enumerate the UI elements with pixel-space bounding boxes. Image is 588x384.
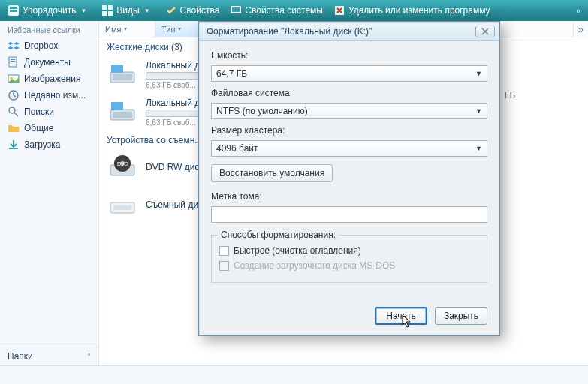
cluster-label: Размер кластера: (211, 124, 487, 136)
system-properties-label: Свойства системы (245, 5, 323, 16)
sidebar-item-pictures[interactable]: Изображения (0, 70, 98, 87)
svg-rect-8 (232, 8, 240, 12)
folders-label: Папки (8, 351, 33, 362)
volume-name-label: Метка тома: (211, 190, 487, 202)
views-button[interactable]: Виды ▼ (97, 3, 158, 18)
format-dialog: Форматирование "Локальный диск (K:)" Емк… (198, 21, 500, 336)
quick-format-checkbox[interactable] (219, 246, 229, 256)
sidebar-item-label: Изображения (24, 74, 80, 84)
close-button[interactable] (475, 26, 495, 38)
close-format-button[interactable]: Закрыть (435, 307, 487, 325)
svg-rect-22 (113, 112, 132, 118)
cluster-select[interactable]: 4096 байт ▼ (211, 140, 487, 157)
svg-text:DVD: DVD (117, 161, 128, 166)
dialog-titlebar[interactable]: Форматирование "Локальный диск (K:)" (199, 22, 499, 41)
uninstall-button[interactable]: Удалить или изменить программу (329, 3, 495, 18)
sidebar-item-downloads[interactable]: Загрузка (0, 136, 98, 153)
chevron-up-icon: ˄ (87, 352, 91, 361)
svg-rect-5 (102, 11, 107, 16)
explorer-toolbar: Упорядочить ▼ Виды ▼ Свойства Свойства с… (0, 0, 588, 21)
sidebar-item-label: Недавно изм... (24, 90, 86, 100)
system-properties-button[interactable]: Свойства системы (225, 3, 327, 18)
stray-gb-label: ГБ (505, 90, 515, 100)
start-button[interactable]: Начать (375, 307, 427, 325)
svg-rect-29 (113, 206, 131, 210)
filesystem-label: Файловая система: (211, 86, 487, 98)
download-icon (8, 139, 20, 151)
hdd-icon (107, 96, 138, 128)
cluster-value: 4096 байт (216, 143, 258, 154)
dialog-button-row: Начать Закрыть (199, 301, 499, 325)
chevron-down-icon: ▼ (475, 145, 482, 152)
organize-label: Упорядочить (23, 5, 76, 16)
organize-icon (8, 4, 20, 16)
column-overflow[interactable]: » (573, 21, 588, 38)
svg-rect-4 (108, 5, 113, 10)
restore-defaults-button[interactable]: Восстановить умолчания (211, 164, 333, 182)
dropbox-icon (8, 40, 20, 52)
svg-rect-23 (111, 102, 123, 110)
format-methods-group: Способы форматирования: Быстрое (очистка… (211, 235, 487, 283)
sidebar-item-label: Dropbox (24, 40, 58, 51)
dialog-title: Форматирование "Локальный диск (K:)" (207, 26, 372, 37)
drive-name: Съемный ди... (146, 200, 206, 210)
status-bar (0, 366, 588, 384)
sidebar-item-searches[interactable]: Поиски (0, 104, 98, 120)
format-methods-legend: Способы форматирования: (218, 230, 339, 240)
recent-icon (8, 89, 20, 101)
svg-point-16 (9, 107, 15, 113)
quick-format-label: Быстрое (очистка оглавления) (234, 245, 361, 256)
svg-rect-12 (11, 61, 15, 62)
favorites-sidebar: Избранные ссылки Dropbox Документы Изобр… (0, 21, 99, 365)
uninstall-icon (333, 4, 345, 16)
file-list-pane: Имя▾ Тип▾ Полный объем Свободно » Жестки… (99, 21, 588, 365)
filesystem-select[interactable]: NTFS (по умолчанию) ▼ (211, 103, 487, 119)
sidebar-list: Dropbox Документы Изображения Недавно из… (0, 38, 98, 346)
sidebar-item-label: Поиски (24, 106, 54, 117)
drive-usage-bar (146, 110, 202, 117)
dvd-icon: DVD (107, 152, 138, 183)
removable-drive-icon (107, 189, 138, 220)
folders-toggle[interactable]: Папки ˄ (0, 346, 98, 365)
properties-label: Свойства (180, 5, 220, 16)
folder-public-icon (8, 122, 20, 134)
explorer-main: Избранные ссылки Dropbox Документы Изобр… (0, 21, 588, 366)
volume-name-input[interactable] (211, 206, 487, 223)
chevron-down-icon: ▼ (144, 8, 150, 14)
svg-rect-6 (108, 11, 113, 16)
quick-format-row[interactable]: Быстрое (очистка оглавления) (219, 243, 479, 258)
documents-icon (8, 56, 20, 68)
svg-rect-11 (11, 59, 15, 60)
svg-rect-17 (9, 148, 18, 149)
sidebar-title: Избранные ссылки (0, 21, 98, 38)
uninstall-label: Удалить или изменить программу (348, 5, 490, 16)
bootable-row: Создание загрузочного диска MS-DOS (219, 258, 479, 273)
bootable-checkbox (219, 261, 229, 271)
properties-button[interactable]: Свойства (161, 3, 225, 18)
views-icon (101, 4, 113, 16)
capacity-select[interactable]: 64,7 ГБ ▼ (211, 65, 487, 82)
svg-rect-10 (9, 57, 17, 67)
chevron-down-icon: ▼ (80, 8, 86, 14)
svg-rect-3 (102, 5, 107, 10)
chevron-down-icon: ▼ (475, 70, 482, 77)
close-icon (481, 28, 489, 35)
system-properties-icon (230, 4, 242, 16)
organize-button[interactable]: Упорядочить ▼ (3, 3, 95, 18)
svg-rect-2 (10, 10, 17, 12)
toolbar-overflow[interactable]: » (576, 7, 585, 15)
sidebar-item-dropbox[interactable]: Dropbox (0, 38, 98, 54)
sidebar-item-public[interactable]: Общие (0, 120, 98, 136)
dialog-body: Емкость: 64,7 ГБ ▼ Файловая система: NTF… (199, 41, 499, 290)
hdd-icon (107, 58, 138, 90)
search-icon (8, 106, 20, 118)
views-label: Виды (116, 5, 139, 16)
capacity-value: 64,7 ГБ (216, 68, 247, 79)
sidebar-item-documents[interactable]: Документы (0, 54, 98, 70)
capacity-label: Емкость: (211, 49, 487, 61)
svg-rect-20 (111, 64, 123, 73)
column-name[interactable]: Имя▾ (99, 21, 155, 37)
sidebar-item-recent[interactable]: Недавно изм... (0, 87, 98, 104)
sidebar-item-label: Документы (24, 57, 71, 68)
pictures-icon (8, 73, 20, 85)
